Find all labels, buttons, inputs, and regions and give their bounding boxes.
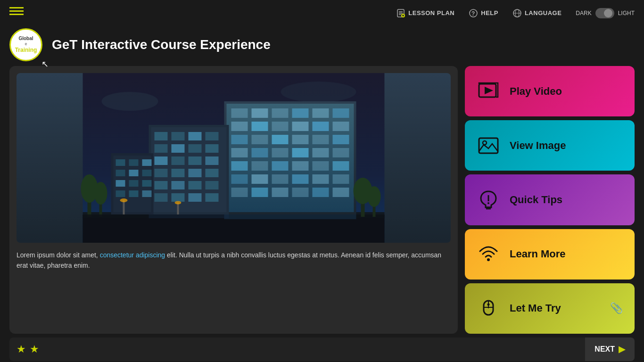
svg-rect-98	[142, 170, 152, 176]
hamburger-menu[interactable]	[9, 7, 24, 15]
svg-rect-93	[116, 159, 125, 166]
view-image-button[interactable]: View Image	[465, 120, 635, 171]
lesson-plan-button[interactable]: LESSON PLAN	[396, 8, 454, 18]
language-button[interactable]: LANGUAGE	[512, 8, 561, 18]
svg-rect-36	[252, 135, 268, 144]
next-button[interactable]: NEXT ▶	[585, 337, 635, 361]
svg-rect-57	[313, 174, 329, 184]
svg-rect-59	[231, 188, 248, 197]
svg-rect-82	[206, 169, 219, 177]
svg-rect-42	[252, 148, 268, 157]
top-bar: LESSON PLAN ? HELP LANGUAGE DARK LIGHT	[0, 0, 644, 26]
svg-point-14	[281, 82, 356, 102]
learn-more-label: Learn More	[510, 248, 566, 260]
svg-rect-68	[172, 132, 185, 140]
svg-rect-32	[292, 122, 309, 131]
body-text: Lorem ipsum dolor sit amet, consectetur …	[17, 250, 451, 271]
svg-rect-46	[333, 148, 349, 157]
lesson-plan-label: LESSON PLAN	[408, 9, 454, 16]
theme-toggle[interactable]: DARK LIGHT	[576, 8, 635, 18]
svg-rect-69	[189, 132, 202, 140]
svg-rect-63	[313, 188, 329, 197]
svg-rect-49	[272, 161, 289, 171]
toggle-thumb	[604, 9, 612, 17]
header-row: Global e Training GeT Interactive Course…	[0, 26, 644, 66]
light-label: LIGHT	[618, 10, 635, 16]
play-video-label: Play Video	[510, 85, 562, 98]
svg-rect-26	[292, 108, 309, 118]
svg-rect-101	[142, 180, 152, 187]
svg-rect-58	[333, 174, 349, 184]
svg-rect-90	[206, 193, 219, 202]
svg-rect-53	[231, 174, 248, 184]
help-button[interactable]: ? HELP	[469, 8, 498, 18]
svg-rect-107	[177, 203, 179, 214]
svg-rect-81	[189, 169, 202, 177]
play-video-button[interactable]: Play Video	[465, 66, 635, 116]
svg-point-128	[487, 304, 490, 306]
svg-rect-103	[129, 190, 139, 197]
play-video-icon	[477, 80, 500, 103]
svg-rect-33	[313, 122, 329, 131]
svg-rect-27	[313, 108, 329, 118]
svg-rect-34	[333, 122, 349, 131]
svg-rect-88	[172, 193, 185, 202]
let-me-try-button[interactable]: Let Me Try 📎	[465, 283, 635, 334]
svg-rect-30	[252, 122, 268, 131]
toggle-track[interactable]	[595, 8, 614, 18]
svg-rect-78	[206, 156, 219, 165]
next-label: NEXT	[594, 345, 615, 354]
svg-rect-64	[333, 188, 349, 197]
let-me-try-icon	[477, 296, 500, 320]
svg-point-124	[487, 258, 490, 261]
paperclip-icon: 📎	[610, 302, 623, 314]
svg-rect-85	[189, 181, 202, 189]
quick-tips-label: Quick Tips	[510, 194, 562, 206]
lesson-plan-icon	[396, 8, 405, 18]
svg-rect-105	[123, 200, 125, 214]
svg-rect-77	[189, 156, 202, 165]
svg-point-123	[487, 202, 489, 204]
svg-rect-39	[313, 135, 329, 144]
building-svg	[17, 73, 451, 243]
view-image-icon	[477, 134, 500, 157]
svg-rect-56	[292, 174, 309, 184]
view-image-label: View Image	[510, 140, 566, 152]
svg-rect-110	[224, 214, 356, 219]
svg-rect-35	[231, 135, 248, 144]
svg-point-108	[175, 201, 182, 205]
svg-rect-87	[155, 193, 168, 202]
svg-rect-25	[272, 108, 289, 118]
svg-rect-111	[149, 214, 229, 218]
help-label: HELP	[481, 9, 498, 16]
svg-rect-96	[116, 170, 125, 176]
building-image	[17, 73, 451, 243]
quick-tips-button[interactable]: Quick Tips	[465, 174, 635, 225]
svg-rect-48	[252, 161, 268, 171]
learn-more-button[interactable]: Learn More	[465, 229, 635, 280]
svg-rect-47	[231, 161, 248, 171]
svg-rect-51	[313, 161, 329, 171]
help-icon: ?	[469, 8, 478, 18]
svg-rect-44	[292, 148, 309, 157]
svg-rect-40	[333, 135, 349, 144]
body-text-highlight: consectetur adipiscing	[100, 251, 165, 259]
svg-rect-50	[292, 161, 309, 171]
svg-rect-95	[142, 159, 152, 166]
svg-rect-75	[155, 156, 168, 165]
language-label: LANGUAGE	[525, 9, 561, 16]
svg-rect-118	[479, 138, 498, 153]
svg-rect-76	[172, 156, 185, 165]
svg-text:?: ?	[471, 10, 475, 17]
svg-rect-67	[155, 132, 168, 140]
svg-rect-99	[116, 180, 125, 187]
svg-point-106	[120, 198, 128, 202]
svg-rect-31	[272, 122, 289, 131]
logo-global: Global	[15, 36, 37, 41]
svg-point-13	[102, 92, 158, 111]
star-2: ★	[30, 343, 39, 355]
svg-rect-71	[155, 144, 168, 153]
svg-rect-84	[172, 181, 185, 189]
svg-rect-83	[155, 181, 168, 189]
next-arrow-icon: ▶	[619, 344, 625, 354]
